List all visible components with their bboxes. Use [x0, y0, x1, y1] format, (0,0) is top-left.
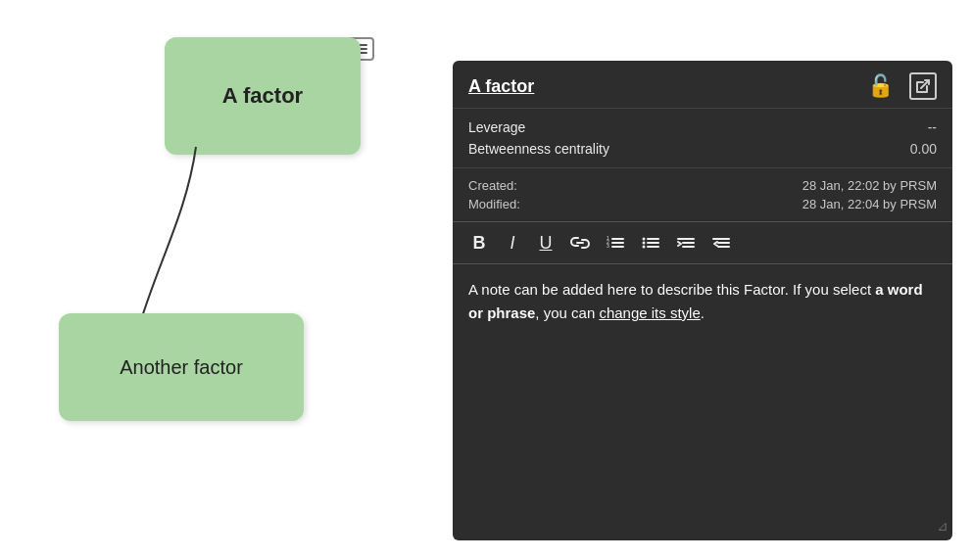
leverage-value: -- — [928, 119, 937, 135]
panel-header: A factor 🔓 — [453, 61, 952, 109]
editor-text: A note can be added here to describe thi… — [468, 278, 937, 325]
panel-header-icons: 🔓 — [867, 72, 937, 100]
node-a[interactable]: A factor — [165, 37, 361, 155]
betweenness-label: Betweenness centrality — [468, 141, 609, 157]
editor-toolbar: B I U 1 2 3 — [453, 222, 952, 264]
bold-button[interactable]: B — [464, 230, 494, 256]
betweenness-row: Betweenness centrality 0.00 — [468, 138, 937, 160]
betweenness-value: 0.00 — [910, 141, 937, 157]
svg-point-17 — [643, 246, 646, 249]
lock-icon[interactable]: 🔓 — [867, 73, 894, 99]
modified-row: Modified: 28 Jan, 22:04 by PRSM — [468, 195, 937, 213]
indent-left-button[interactable] — [705, 231, 737, 255]
modified-value: 28 Jan, 22:04 by PRSM — [802, 197, 937, 211]
graph-area: A factor Another factor — [0, 0, 451, 560]
editor-content[interactable]: A note can be added here to describe thi… — [453, 264, 952, 540]
link-button[interactable] — [564, 231, 596, 255]
node-b[interactable]: Another factor — [59, 313, 304, 421]
detail-panel: A factor 🔓 Leverage -- Betweenness centr… — [453, 61, 952, 540]
ordered-list-button[interactable]: 1 2 3 — [600, 231, 631, 255]
indent-right-button[interactable] — [670, 231, 702, 255]
panel-title: A factor — [468, 76, 534, 97]
svg-text:3: 3 — [607, 243, 609, 249]
modified-label: Modified: — [468, 197, 520, 211]
created-row: Created: 28 Jan, 22:02 by PRSM — [468, 176, 937, 195]
underline-button[interactable]: U — [531, 230, 560, 256]
resize-handle[interactable]: ⊿ — [937, 515, 948, 537]
node-b-label: Another factor — [120, 356, 243, 379]
created-label: Created: — [468, 178, 517, 193]
external-link-icon[interactable] — [909, 72, 937, 100]
leverage-row: Leverage -- — [468, 117, 937, 138]
svg-point-16 — [643, 242, 646, 245]
panel-dates: Created: 28 Jan, 22:02 by PRSM Modified:… — [453, 168, 952, 222]
panel-meta: Leverage -- Betweenness centrality 0.00 — [453, 109, 952, 168]
leverage-label: Leverage — [468, 119, 525, 135]
italic-button[interactable]: I — [498, 230, 527, 256]
svg-point-15 — [643, 238, 646, 241]
node-a-label: A factor — [222, 83, 303, 109]
created-value: 28 Jan, 22:02 by PRSM — [802, 178, 937, 193]
unordered-list-button[interactable] — [635, 231, 666, 255]
